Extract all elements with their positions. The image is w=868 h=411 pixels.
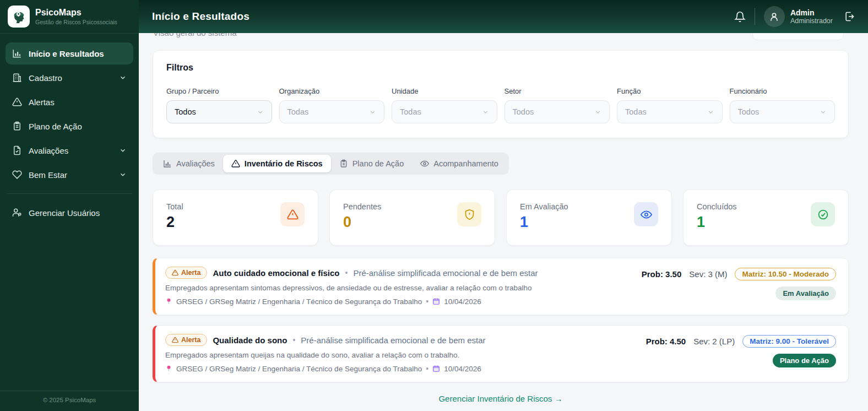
funcionario-select[interactable]: Todos xyxy=(730,100,836,123)
tab-label: Plano de Ação xyxy=(352,159,404,168)
risk-subtitle: Pré-análise simplificada emocional e de … xyxy=(353,268,538,278)
warning-triangle-icon xyxy=(172,269,178,276)
sidebar-item-label: Plano de Ação xyxy=(29,122,82,131)
tab-acompanhamento[interactable]: Acompanhamento xyxy=(412,155,507,172)
manage-inventory-link[interactable]: Gerenciar Inventário de Riscos → xyxy=(153,394,849,403)
sidebar-item-avaliacoes[interactable]: Avaliações xyxy=(6,139,133,161)
header-divider xyxy=(755,8,755,25)
calendar-icon xyxy=(432,365,440,372)
chevron-down-icon xyxy=(119,171,127,179)
dot-separator: • xyxy=(426,297,428,306)
brand: PsicoMaps Gestão de Riscos Psicossociais xyxy=(0,0,139,34)
sidebar-item-label: Bem Estar xyxy=(29,170,67,180)
status-badge: Plano de Ação xyxy=(773,354,836,367)
clipboard-icon xyxy=(339,159,348,168)
filter-label: Funcionário xyxy=(730,87,836,95)
sidebar-item-inicio-e-resultados[interactable]: Início e Resultados xyxy=(6,42,133,64)
stat-value: 0 xyxy=(343,214,381,231)
section-tabs: Avaliações Inventário de Riscos Plano de… xyxy=(153,153,509,175)
filter-setor: Setor Todos xyxy=(504,87,610,123)
header-actions: Admin Administrador xyxy=(734,6,855,27)
bar-chart-icon xyxy=(163,159,172,168)
matrix-badge: Matriz: 9.00 - Tolerável xyxy=(742,335,836,348)
tab-avaliacoes[interactable]: Avaliações xyxy=(155,155,223,172)
main-area: Início e Resultados Admin Administrador xyxy=(139,0,868,411)
warning-triangle-icon xyxy=(231,159,240,168)
risk-date: 10/04/2026 xyxy=(444,298,481,306)
select-value: Todos xyxy=(175,107,196,116)
risk-description: Empregados apresentam sintomas depressiv… xyxy=(165,284,631,292)
top-header: Início e Resultados Admin Administrador xyxy=(139,0,868,33)
user-text: Admin Administrador xyxy=(790,8,833,25)
severity-value: Sev: 2 (LP) xyxy=(693,337,735,346)
risk-title: Auto cuidado emocional e físico xyxy=(213,268,339,278)
risk-description: Empregados apresentam queijas na qualida… xyxy=(165,351,635,359)
select-value: Todas xyxy=(287,107,309,116)
stat-text: Total 2 xyxy=(166,202,183,233)
user-name: Admin xyxy=(790,8,833,18)
brand-tagline: Gestão de Riscos Psicossociais xyxy=(35,19,117,25)
alert-badge-label: Alerta xyxy=(181,269,200,277)
filter-label: Grupo / Parceiro xyxy=(166,87,272,95)
risk-main: Alerta Qualidade do sono • Pré-análise s… xyxy=(165,334,635,373)
sidebar-item-gerenciar-usuarios[interactable]: Gerenciar Usuários xyxy=(6,202,133,224)
stat-text: Pendentes 0 xyxy=(343,202,381,233)
risk-row-auto-cuidado[interactable]: Alerta Auto cuidado emocional e físico •… xyxy=(153,258,849,315)
unidade-select[interactable]: Todas xyxy=(392,100,497,123)
tab-label: Acompanhamento xyxy=(433,159,498,168)
filters-grid: Grupo / Parceiro Todos Organização Todas xyxy=(166,87,835,123)
user-avatar xyxy=(764,6,785,27)
tab-label: Inventário de Riscos xyxy=(245,159,323,168)
filters-title: Filtros xyxy=(166,63,835,73)
brand-name: PsicoMaps xyxy=(35,8,117,18)
probability-value: Prob: 4.50 xyxy=(646,337,686,346)
risk-location: GRSEG / GRSeg Matriz / Engenharia / Técn… xyxy=(176,298,422,306)
setor-select[interactable]: Todos xyxy=(504,100,610,123)
funcao-select[interactable]: Todas xyxy=(617,100,723,123)
chevron-down-icon xyxy=(820,109,827,116)
stat-card-total: Total 2 xyxy=(153,190,318,246)
severity-value: Sev: 3 (M) xyxy=(689,269,727,279)
risk-row-qualidade-do-sono[interactable]: Alerta Qualidade do sono • Pré-análise s… xyxy=(153,325,849,382)
risk-date: 10/04/2026 xyxy=(444,365,481,373)
sidebar-item-plano-de-acao[interactable]: Plano de Ação xyxy=(6,115,133,137)
dot-separator: • xyxy=(426,364,428,373)
notifications-bell-icon[interactable] xyxy=(734,11,746,23)
chevron-down-icon xyxy=(594,109,601,116)
organizacao-select[interactable]: Todas xyxy=(279,100,385,123)
stat-text: Concluídos 1 xyxy=(697,202,737,233)
alert-badge: Alerta xyxy=(165,334,207,346)
heart-icon xyxy=(12,170,22,180)
metrics-line: Prob: 4.50 Sev: 2 (LP) Matriz: 9.00 - To… xyxy=(646,335,836,348)
sidebar-divider xyxy=(7,193,132,194)
risk-meta: GRSEG / GRSeg Matriz / Engenharia / Técn… xyxy=(165,297,631,306)
filter-funcao: Função Todas xyxy=(617,87,723,123)
risk-title: Qualidade do sono xyxy=(213,336,287,345)
filter-organizacao: Organização Todas xyxy=(279,87,385,123)
select-value: Todas xyxy=(625,107,647,116)
map-pin-icon xyxy=(165,298,172,305)
chevron-down-icon xyxy=(257,109,264,116)
warning-triangle-icon xyxy=(280,202,305,226)
check-circle-icon xyxy=(811,202,835,226)
clipboard-icon xyxy=(12,121,22,131)
sidebar-item-alertas[interactable]: Alertas xyxy=(6,91,133,113)
risk-meta: GRSEG / GRSeg Matriz / Engenharia / Técn… xyxy=(165,364,635,373)
sidebar-item-label: Cadastro xyxy=(29,73,62,83)
risk-metrics: Prob: 4.50 Sev: 2 (LP) Matriz: 9.00 - To… xyxy=(646,334,836,373)
page-content: Visão geral do sistema Filtros Grupo / P… xyxy=(139,33,868,411)
sidebar-item-bem-estar[interactable]: Bem Estar xyxy=(6,164,133,186)
sidebar-item-cadastro[interactable]: Cadastro xyxy=(6,67,133,89)
tab-inventario-de-riscos[interactable]: Inventário de Riscos xyxy=(223,155,331,172)
select-value: Todos xyxy=(513,107,534,116)
grupo-parceiro-select[interactable]: Todos xyxy=(166,100,272,123)
sidebar-item-label: Avaliações xyxy=(29,146,68,155)
users-icon xyxy=(12,208,22,218)
stat-label: Pendentes xyxy=(343,202,381,211)
sidebar-item-label: Gerenciar Usuários xyxy=(29,208,100,218)
logout-icon[interactable] xyxy=(844,11,855,22)
user-menu[interactable]: Admin Administrador xyxy=(764,6,833,27)
tab-plano-de-acao[interactable]: Plano de Ação xyxy=(331,155,413,172)
file-check-icon xyxy=(12,145,22,155)
chevron-down-icon xyxy=(707,109,714,116)
